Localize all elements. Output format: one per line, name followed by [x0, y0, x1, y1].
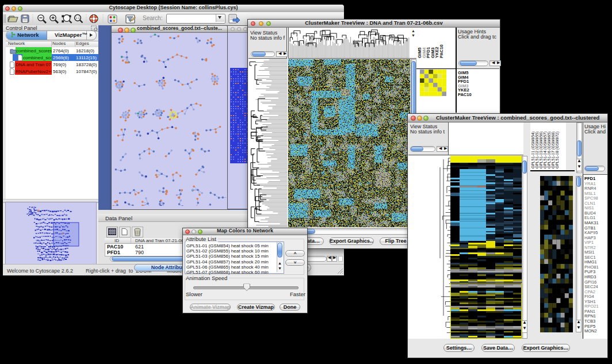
svg-text:PAC10: PAC10: [439, 44, 444, 58]
svg-text:GPL51-08 (GSM872): GPL51-08 (GSM872): [555, 132, 560, 168]
svg-text:1:1: 1:1: [76, 16, 80, 20]
